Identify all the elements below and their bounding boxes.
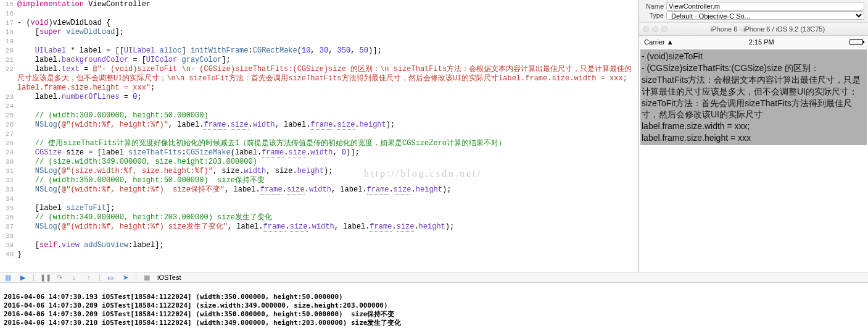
t: height xyxy=(419,222,445,231)
process-icon[interactable]: ▦ xyxy=(143,274,151,282)
phone-screen[interactable]: - (void)sizeToFit - (CGSize)sizeThatFits… xyxy=(639,48,868,272)
step-out-icon[interactable]: ↑ xyxy=(85,274,93,281)
name-label: Name xyxy=(643,2,664,10)
t: label. xyxy=(17,56,62,64)
hide-debug-icon[interactable]: ▥ xyxy=(4,274,12,282)
t: sizeThatFits方法：会根据文本内容计算出最佳尺寸，只是计算最佳的尺寸应… xyxy=(642,74,866,98)
t: ); xyxy=(445,222,454,231)
t xyxy=(17,46,35,55)
log-line: 2016-04-06 14:07:30.193 iOSTest[18584:11… xyxy=(4,293,343,301)
comment: // (width:350.000000, height:50.000000) … xyxy=(17,176,265,185)
t xyxy=(17,120,35,129)
t: = [ xyxy=(128,56,146,64)
t: size xyxy=(397,222,415,232)
clock: 2:15 PM xyxy=(749,38,774,46)
t: width xyxy=(253,120,275,129)
t: sizeToFit xyxy=(66,204,106,212)
traffic-lights[interactable] xyxy=(643,26,668,32)
breakpoint-toggle-icon[interactable]: ▶ xyxy=(19,274,27,282)
t: - (void)sizeToFit xyxy=(642,51,866,62)
t: : xyxy=(249,46,253,55)
step-over-icon[interactable]: ↷ xyxy=(55,274,64,282)
t: , label. xyxy=(275,120,311,129)
log-line: 2016-04-06 14:07:30.209 iOSTest[18584:11… xyxy=(4,310,394,318)
t: width xyxy=(310,148,333,157)
console-output[interactable]: 2016-04-06 14:07:30.193 iOSTest[18584:11… xyxy=(0,283,868,328)
t: ( xyxy=(57,120,62,129)
t: } xyxy=(17,250,22,259)
t: , size. xyxy=(213,167,244,175)
t: = xyxy=(120,93,133,101)
view-debug-icon[interactable]: ▭ xyxy=(106,274,115,282)
t: frame xyxy=(263,222,285,232)
t xyxy=(80,241,84,250)
t: [ xyxy=(17,28,39,36)
t: UILabel xyxy=(124,46,155,55)
t: 50 xyxy=(360,46,368,55)
t: height xyxy=(416,185,442,194)
t: UIColor xyxy=(146,56,177,64)
t: UILabel xyxy=(35,46,66,55)
t: size xyxy=(287,185,305,195)
t xyxy=(17,185,35,194)
t: . xyxy=(283,185,287,194)
t: super xyxy=(39,28,62,36)
t: 350 xyxy=(337,46,351,55)
t: initWithFrame xyxy=(191,46,249,55)
debug-toolbar: ▥ ▶ ❚❚ ↷ ↓ ↑ ▭ ➤ ▦ iOSTest xyxy=(0,272,868,283)
t: CGSize xyxy=(35,148,62,157)
t: . xyxy=(249,120,253,129)
type-select[interactable]: Default - Objective-C So... xyxy=(666,11,864,20)
step-in-icon[interactable]: ↓ xyxy=(70,274,78,281)
code-text: ViewController xyxy=(84,0,151,9)
t: label. xyxy=(17,93,62,101)
simulator-titlebar[interactable]: iPhone 6 - iPhone 6 / iOS 9.2 (13C75) xyxy=(639,22,868,36)
t: NSLog xyxy=(35,185,57,194)
t: self xyxy=(39,241,57,250)
keyword: @implementation xyxy=(17,0,84,9)
t: . xyxy=(333,120,337,129)
t: frame xyxy=(262,148,284,158)
simulate-location-icon[interactable]: ➤ xyxy=(121,274,130,282)
t: :label]; xyxy=(128,241,164,250)
minimize-icon[interactable] xyxy=(652,26,658,32)
t: ( xyxy=(57,167,62,175)
name-field[interactable] xyxy=(666,2,864,11)
t: alloc xyxy=(159,46,181,55)
code-editor[interactable]: 15@implementation ViewController 16 17- … xyxy=(0,0,639,272)
t: )]; xyxy=(368,46,382,55)
t: , label. xyxy=(228,222,263,231)
debug-target[interactable]: iOSTest xyxy=(157,274,181,281)
t: : xyxy=(181,148,186,157)
t: frame xyxy=(370,222,392,232)
t: 0 xyxy=(342,148,346,157)
t: ]; xyxy=(106,204,115,212)
log-line: 2016-04-06 14:07:30.210 iOSTest[18584:11… xyxy=(4,319,401,327)
file-inspector: Name Type Default - Objective-C So... xyxy=(639,0,868,22)
t: view xyxy=(62,241,80,250)
t: frame xyxy=(310,120,333,130)
t: viewDidLoad xyxy=(66,28,115,36)
t: sizeToFit方法：首先会调用sizeThatFits方法得到最佳尺寸，然后… xyxy=(642,98,866,121)
t: size xyxy=(394,185,411,195)
wifi-icon: ▲ xyxy=(667,38,674,46)
t: addSubview xyxy=(84,241,128,250)
t: @"(size.width:%f, size.height:%f)" xyxy=(62,167,213,175)
t: size xyxy=(288,148,306,158)
t: size = [label xyxy=(62,148,128,157)
fullscreen-icon[interactable] xyxy=(661,26,668,32)
comment: // (width:300.000000, height:50.000000) xyxy=(17,111,209,120)
t: . xyxy=(286,222,290,231)
pause-icon[interactable]: ❚❚ xyxy=(40,274,49,282)
t: ); xyxy=(324,167,333,175)
t: NSLog xyxy=(35,222,57,231)
simulator-title: iPhone 6 - iPhone 6 / iOS 9.2 (13C75) xyxy=(671,25,864,33)
t: ( xyxy=(57,185,62,194)
t: CGRectMake xyxy=(253,46,297,55)
log-line: 2016-04-06 14:07:30.209 iOSTest[18584:11… xyxy=(4,301,388,309)
close-icon[interactable] xyxy=(643,26,649,32)
t: ); xyxy=(442,185,451,194)
t: ; xyxy=(151,83,155,92)
t: NSLog xyxy=(35,167,57,175)
t: - (CGSize)sizeThatFits:(CGSize)size 的区别： xyxy=(642,62,866,74)
